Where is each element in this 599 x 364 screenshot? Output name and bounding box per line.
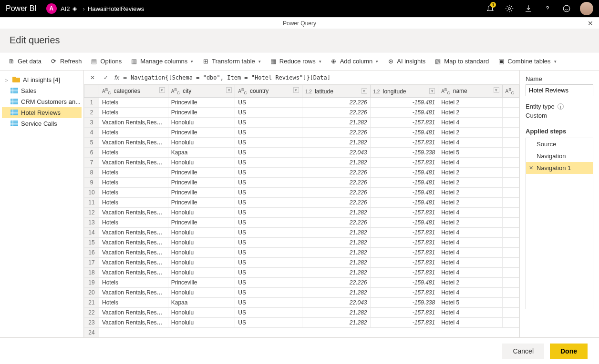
cell[interactable]: Vacation Rentals,Resorts &... — [99, 208, 168, 218]
cell[interactable]: Princeville — [168, 218, 235, 228]
formula-text[interactable]: Navigation{[Schema = "dbo", Item = "Hote… — [131, 74, 516, 81]
table-row[interactable]: 6HotelsKapaaUS22.043-159.338Hotel 5 — [84, 148, 519, 158]
cell[interactable]: US — [235, 218, 302, 228]
cell[interactable]: Honolulu — [168, 268, 235, 278]
row-number[interactable]: 23 — [84, 318, 99, 328]
cell[interactable]: Vacation Rentals,Resorts &... — [99, 258, 168, 268]
cell[interactable]: -157.831 — [370, 268, 438, 278]
cell[interactable]: Vacation Rentals,Resorts &... — [99, 308, 168, 318]
column-filter-icon[interactable]: ▾ — [293, 87, 299, 93]
row-number[interactable]: 20 — [84, 288, 99, 298]
cell[interactable]: Hotel 4 — [438, 208, 502, 218]
cell[interactable]: -157.831 — [370, 288, 438, 298]
commit-formula-icon[interactable]: ✓ — [101, 73, 111, 82]
cell[interactable]: Hotels — [99, 108, 168, 118]
cell[interactable]: Princeville — [168, 188, 235, 198]
get-data-button[interactable]: 🗎Get data — [8, 58, 41, 65]
table-row[interactable]: 12Vacation Rentals,Resorts &...HonoluluU… — [84, 208, 519, 218]
table-row[interactable]: 4HotelsPrincevilleUS22.226-159.481Hotel … — [84, 128, 519, 138]
row-number[interactable]: 5 — [84, 138, 99, 148]
cell[interactable]: Hotels — [99, 198, 168, 208]
table-row[interactable]: 21HotelsKapaaUS22.043-159.338Hotel 5 — [84, 298, 519, 308]
column-type-icon[interactable]: 1.2 — [373, 89, 380, 94]
cell[interactable]: Hotels — [99, 98, 168, 108]
cell[interactable]: Honolulu — [168, 288, 235, 298]
row-number[interactable]: 21 — [84, 298, 99, 308]
cell[interactable]: US — [235, 258, 302, 268]
column-header-longitude[interactable]: 1.2 longitude▾ — [370, 85, 438, 98]
cell[interactable]: -159.481 — [370, 98, 438, 108]
cell[interactable]: Hotel 2 — [438, 218, 502, 228]
manage-columns-button[interactable]: ▥Manage columns▾ — [130, 58, 193, 65]
cell[interactable]: 22.226 — [302, 278, 370, 288]
workspace-name[interactable]: AI2 — [61, 5, 70, 12]
cell[interactable]: Honolulu — [168, 118, 235, 128]
column-header-city[interactable]: ABC city▾ — [168, 85, 235, 98]
cell[interactable]: -159.338 — [370, 298, 438, 308]
row-number[interactable]: 13 — [84, 218, 99, 228]
cell[interactable]: US — [235, 98, 302, 108]
row-number[interactable]: 12 — [84, 208, 99, 218]
cell[interactable]: -159.338 — [370, 148, 438, 158]
row-number[interactable]: 17 — [84, 258, 99, 268]
cell[interactable]: Princeville — [168, 108, 235, 118]
row-number[interactable]: 22 — [84, 308, 99, 318]
cell[interactable]: 21.282 — [302, 138, 370, 148]
table-row[interactable]: 10HotelsPrincevilleUS22.226-159.481Hotel… — [84, 188, 519, 198]
cancel-button[interactable]: Cancel — [502, 344, 544, 359]
column-type-icon[interactable]: ABC — [102, 89, 111, 94]
cell[interactable]: US — [235, 278, 302, 288]
cell[interactable]: US — [235, 268, 302, 278]
table-row[interactable]: 14Vacation Rentals,Resorts &...HonoluluU… — [84, 228, 519, 238]
cell[interactable]: US — [235, 238, 302, 248]
reduce-rows-button[interactable]: ▦Reduce rows▾ — [269, 58, 321, 65]
column-type-icon[interactable]: 1.2 — [305, 89, 312, 94]
column-type-icon[interactable]: ABC — [238, 89, 247, 94]
cell[interactable]: -159.481 — [370, 188, 438, 198]
cell[interactable]: Hotel 4 — [438, 288, 502, 298]
cell[interactable]: US — [235, 108, 302, 118]
cell[interactable]: 22.226 — [302, 188, 370, 198]
user-avatar[interactable] — [580, 2, 593, 15]
row-number[interactable]: 2 — [84, 108, 99, 118]
cell[interactable]: Princeville — [168, 278, 235, 288]
table-row[interactable]: 5Vacation Rentals,Resorts &...HonoluluUS… — [84, 138, 519, 148]
cell[interactable]: Honolulu — [168, 248, 235, 258]
table-row[interactable]: 22Vacation Rentals,Resorts &...HonoluluU… — [84, 308, 519, 318]
cell[interactable]: -159.481 — [370, 178, 438, 188]
cell[interactable]: Hotel 2 — [438, 98, 502, 108]
cell[interactable]: Hotel 4 — [438, 138, 502, 148]
column-filter-icon[interactable]: ▾ — [494, 87, 499, 93]
cell[interactable]: US — [235, 168, 302, 178]
cancel-formula-icon[interactable]: ✕ — [88, 73, 97, 82]
cell[interactable]: Hotel 4 — [438, 308, 502, 318]
column-filter-icon[interactable]: ▾ — [226, 87, 232, 93]
row-number[interactable]: 8 — [84, 168, 99, 178]
refresh-button[interactable]: ⟳Refresh — [50, 58, 82, 65]
cell[interactable]: Honolulu — [168, 138, 235, 148]
cell[interactable]: US — [235, 188, 302, 198]
add-column-button[interactable]: ⊕Add column▾ — [330, 58, 379, 65]
table-row[interactable]: 7Vacation Rentals,Resorts &...HonoluluUS… — [84, 158, 519, 168]
cell[interactable]: Hotel 4 — [438, 118, 502, 128]
table-row[interactable]: 16Vacation Rentals,Resorts &...HonoluluU… — [84, 248, 519, 258]
settings-icon[interactable] — [501, 0, 518, 17]
transform-table-button[interactable]: ⊞Transform table▾ — [202, 58, 261, 65]
row-number[interactable]: 24 — [84, 328, 99, 337]
row-number[interactable]: 6 — [84, 148, 99, 158]
cell[interactable]: US — [235, 148, 302, 158]
cell[interactable]: -157.831 — [370, 118, 438, 128]
table-row[interactable]: 24 — [84, 328, 519, 337]
row-number[interactable]: 14 — [84, 228, 99, 238]
cell[interactable]: 22.043 — [302, 298, 370, 308]
cell[interactable]: -157.831 — [370, 138, 438, 148]
cell[interactable]: -159.481 — [370, 218, 438, 228]
cell[interactable]: -159.481 — [370, 128, 438, 138]
column-header-latitude[interactable]: 1.2 latitude▾ — [302, 85, 370, 98]
cell[interactable]: 21.282 — [302, 158, 370, 168]
cell[interactable]: 22.226 — [302, 178, 370, 188]
cell[interactable]: Vacation Rentals,Resorts &... — [99, 248, 168, 258]
expand-icon[interactable]: ▷ — [5, 78, 10, 82]
column-filter-icon[interactable]: ▾ — [361, 88, 367, 94]
table-row[interactable]: 13HotelsPrincevilleUS22.226-159.481Hotel… — [84, 218, 519, 228]
